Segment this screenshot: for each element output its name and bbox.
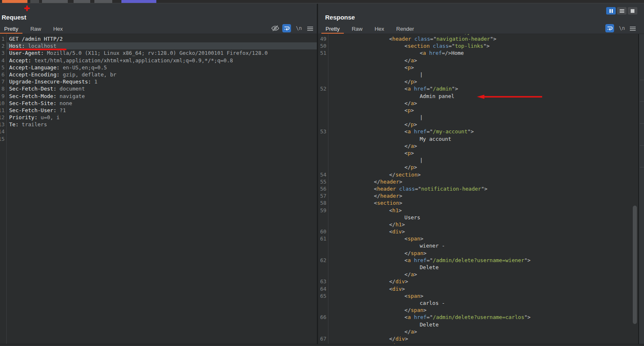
code-line: 49<header class="navigation-header">	[318, 35, 638, 42]
code-line: 3User-Agent: Mozilla/5.0 (X11; Linux x86…	[0, 49, 317, 56]
code-line: 59<h1>	[318, 207, 638, 214]
repeater-active-tab[interactable]	[2, 0, 27, 3]
soft-wrap-toggle-button[interactable]	[282, 24, 291, 32]
code-line: My account	[318, 135, 638, 142]
response-scrollbar-thumb[interactable]	[633, 206, 637, 324]
code-line: <p>	[318, 64, 638, 71]
code-line: |	[318, 114, 638, 121]
code-line: </a>	[318, 271, 638, 278]
code-line: </h1>	[318, 221, 638, 228]
code-line: 57</header>	[318, 192, 638, 199]
code-line: </a>	[318, 57, 638, 64]
request-editor-tabs: PrettyRawHex	[0, 25, 71, 34]
request-tab-raw[interactable]: Raw	[26, 25, 45, 34]
code-line: </span>	[318, 250, 638, 257]
code-line: 52<a href="/admin">	[318, 85, 638, 92]
response-tab-render[interactable]: Render	[392, 25, 418, 34]
code-line: 10Sec-Fetch-Site: none	[0, 100, 317, 107]
repeater-tab-strip	[0, 0, 644, 3]
divider	[640, 145, 644, 146]
code-line: 51<a href=/>Home	[318, 49, 638, 56]
response-editor-tabs: PrettyRawHexRender	[321, 25, 422, 34]
divider	[640, 101, 644, 102]
show-newlines-button[interactable]: \n	[294, 25, 303, 32]
code-line: 64<div>	[318, 285, 638, 292]
red-arrow-annotation	[477, 93, 543, 98]
repeater-tab[interactable]	[94, 0, 112, 3]
code-line: </span>	[318, 307, 638, 314]
hide-nonprintable-button[interactable]	[271, 24, 280, 32]
rows-icon	[619, 9, 624, 13]
code-line: 1GET /admin HTTP/2	[0, 35, 317, 42]
code-line: </a>	[318, 328, 638, 335]
editor-menu-button[interactable]	[629, 26, 637, 31]
code-line: 5Accept-Language: en-US,en;q=0.5	[0, 64, 317, 71]
code-line: 63</div>	[318, 278, 638, 285]
repeater-tab[interactable]	[74, 0, 90, 3]
request-tab-hex[interactable]: Hex	[49, 25, 67, 34]
code-line: 13Te: trailers	[0, 121, 317, 128]
response-tab-hex[interactable]: Hex	[370, 25, 388, 34]
code-line: </a>	[318, 142, 638, 150]
response-panel-title: Response	[325, 14, 355, 21]
code-line: 56<header class="notification-header">	[318, 185, 638, 192]
hamburger-menu-icon	[307, 26, 313, 31]
request-panel-title: Request	[2, 14, 26, 21]
bottom-strip	[0, 344, 644, 346]
code-line: 55</header>	[318, 178, 638, 185]
code-line: 65<span>	[318, 292, 638, 299]
repeater-tab[interactable]	[42, 0, 68, 3]
code-line: 66<a href="/admin/delete?username=carlos…	[318, 314, 638, 321]
response-panel: Response PrettyRawHexRender \n	[318, 4, 644, 344]
editor-menu-button[interactable]	[306, 26, 314, 31]
code-line: <p>	[318, 150, 638, 157]
code-line: |	[318, 71, 638, 78]
show-newlines-button[interactable]: \n	[617, 25, 627, 32]
repeater-highlighted-tab[interactable]	[121, 0, 156, 3]
code-line: 58<section>	[318, 199, 638, 206]
soft-wrap-icon	[283, 25, 291, 32]
code-line: 67</div>	[318, 335, 638, 342]
code-line: |	[318, 157, 638, 164]
code-line: Delete	[318, 264, 638, 271]
code-line: carlos -	[318, 299, 638, 307]
code-line: wiener -	[318, 242, 638, 249]
pause-columns-icon	[609, 9, 614, 13]
code-line: 9Sec-Fetch-Mode: navigate	[0, 93, 317, 100]
code-line: 8Sec-Fetch-Dest: document	[0, 85, 317, 92]
code-line: </p>	[318, 164, 638, 171]
code-line: Users	[318, 214, 638, 221]
response-editor[interactable]: ;y"49<header class="navigation-header">5…	[318, 34, 638, 344]
code-line: 60<div>	[318, 228, 638, 235]
response-tab-raw[interactable]: Raw	[348, 25, 367, 34]
code-line: 50<section class="top-links">	[318, 42, 638, 49]
red-underline-annotation	[9, 49, 67, 50]
code-line: </p>	[318, 78, 638, 85]
layout-rows-button[interactable]	[617, 7, 627, 15]
code-line: 4Accept: text/html,application/xhtml+xml…	[0, 57, 317, 64]
repeater-tab[interactable]	[30, 0, 39, 3]
code-line: 53<a href="/my-account">	[318, 128, 638, 135]
request-editor[interactable]: 1GET /admin HTTP/22Host: localhost3User-…	[0, 34, 317, 344]
soft-wrap-toggle-button[interactable]	[605, 24, 614, 32]
request-panel: Request PrettyRawHex \n 1GET /admin HTTP…	[0, 4, 317, 344]
response-tab-pretty[interactable]: Pretty	[321, 25, 344, 34]
code-line: </a>	[318, 100, 638, 107]
layout-columns-button[interactable]	[606, 7, 616, 15]
code-line: 62<a href="/admin/delete?username=wiener…	[318, 257, 638, 264]
code-line: 14	[0, 128, 317, 135]
code-line: 7Upgrade-Insecure-Requests: 1	[0, 78, 317, 85]
request-tab-pretty[interactable]: Pretty	[0, 25, 22, 34]
divider	[640, 123, 644, 124]
red-plus-annotation	[24, 5, 30, 12]
code-line: 15	[0, 135, 317, 142]
soft-wrap-icon	[606, 25, 614, 32]
layout-single-button[interactable]	[628, 7, 637, 15]
code-line: Delete	[318, 321, 638, 328]
eye-slash-icon	[271, 25, 279, 32]
code-line: <p>	[318, 107, 638, 114]
hamburger-menu-icon	[629, 26, 636, 31]
inspector-collapsed-strip[interactable]	[638, 34, 644, 344]
square-icon	[630, 9, 635, 13]
divider	[640, 80, 644, 80]
